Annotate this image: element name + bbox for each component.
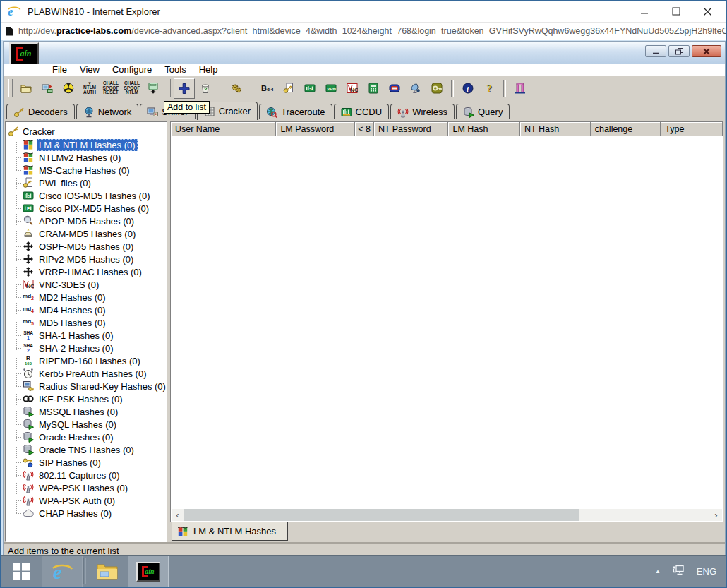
tree-item-802-11-captures-0[interactable]: 802.11 Captures (0) [6,469,167,481]
tree-item-md4-hashes-0[interactable]: md4MD4 Hashes (0) [6,304,167,316]
tree-item-wpa-psk-hashes-0[interactable]: WPA-PSK Hashes (0) [6,481,167,494]
tab-ccdu[interactable]: CCDU [334,104,390,119]
scrollbar-thumb[interactable] [184,509,579,521]
r160-icon: R160 [23,355,34,366]
calculator-button[interactable] [363,78,384,99]
menu-help[interactable]: Help [193,64,224,75]
ntlm-auth-button[interactable]: ▼NTLMAUTH [79,78,100,99]
tree-item-oracle-tns-hashes-0[interactable]: Oracle TNS Hashes (0) [6,443,167,456]
tab-label: Query [478,107,503,117]
column-header-nt-password[interactable]: NT Password [374,122,449,136]
help-button[interactable]: ? [479,78,500,99]
configure-button[interactable] [226,78,247,99]
tree-item-ntlmv2-hashes-0[interactable]: NTLMv2 Hashes (0) [6,151,167,164]
menu-tools[interactable]: Tools [158,64,192,75]
wireless-scanner-button[interactable] [405,78,426,99]
tree-root[interactable]: Cracker [8,125,167,138]
menu-view[interactable]: View [73,64,106,75]
tree-item-ospf-md5-hashes-0[interactable]: OSPF-MD5 Hashes (0) [6,240,167,253]
cain-close-button[interactable] [692,45,721,57]
network-tray-icon[interactable] [672,564,685,579]
tray-expand-icon[interactable]: ▲ [655,568,661,575]
start-button[interactable] [1,556,42,587]
tree-item-ripv2-md5-hashes-0[interactable]: RIPv2-MD5 Hashes (0) [6,253,167,265]
arrows-cross-icon [23,266,34,277]
chall-spoof-reset-button[interactable]: CHALLSPOOFRESET [100,78,121,99]
scroll-right-arrow[interactable]: › [710,509,722,521]
tree-item-radius-shared-key-hashes-0[interactable]: Radius Shared-Key Hashes (0) [6,380,167,392]
tree-item-oracle-hashes-0[interactable]: Oracle Hashes (0) [6,431,167,443]
taskbar-ie-button[interactable]: e [42,556,83,587]
tree-item-sip-hashes-0[interactable]: SIP Hashes (0) [6,456,167,469]
vnc-password-decoder-button[interactable]: NC [342,78,363,99]
scroll-left-arrow[interactable]: ‹ [172,509,184,521]
spoof-calc-button[interactable] [143,78,164,99]
hash-calculator-button[interactable] [278,78,299,99]
tree-item-md2-hashes-0[interactable]: md2MD2 Hashes (0) [6,291,167,304]
tree-item-vrrp-hmac-hashes-0[interactable]: VRRP-HMAC Hashes (0) [6,265,167,278]
bottom-tab-lm-ntlm-hashes[interactable]: LM & NTLM Hashes [172,522,288,541]
tab-query[interactable]: Query [456,104,510,119]
tree-item-cram-md5-hashes-0[interactable]: CRAM-MD5 Hashes (0) [6,227,167,240]
tree-connector [16,145,22,145]
column-header-lm-hash[interactable]: LM Hash [448,122,520,136]
menu-file[interactable]: File [46,64,73,75]
tree-item-md5-hashes-0[interactable]: md5MD5 Hashes (0) [6,316,167,329]
list-body[interactable] [172,136,722,509]
chall-spoof-ntlm-button[interactable]: CHALLSPOOFNTLM [121,78,143,99]
tree-item-ms-cache-hashes-0[interactable]: MS-Cache Hashes (0) [6,164,167,176]
minimize-button[interactable] [628,1,660,21]
tab-decoders[interactable]: Decoders [6,104,75,119]
toolbar-separator [503,80,506,97]
rsa-token-calculator-button[interactable] [426,78,447,99]
tree-item-mysql-hashes-0[interactable]: MySQL Hashes (0) [6,418,167,431]
tree-item-sha-1-hashes-0[interactable]: SHA1SHA-1 Hashes (0) [6,329,167,342]
menu-configure[interactable]: Configure [106,64,158,75]
tree-item-sha-2-hashes-0[interactable]: SHA2SHA-2 Hashes (0) [6,342,167,354]
box-revealer-button[interactable] [384,78,405,99]
tree-item-kerb5-preauth-hashes-0[interactable]: Kerb5 PreAuth Hashes (0) [6,367,167,380]
scrollbar-track[interactable] [184,509,710,521]
tree-item-cisco-pix-md5-hashes-0[interactable]: PCisco PIX-MD5 Hashes (0) [6,202,167,215]
taskbar-cain-button[interactable]: aín [128,556,169,587]
address-bar[interactable]: http://dev.practice-labs.com/device-adva… [1,22,726,40]
db-arrow-icon [23,431,34,443]
tree-item-apop-md5-hashes-0[interactable]: APOP-MD5 Hashes (0) [6,215,167,227]
column-header-user-name[interactable]: User Name [171,122,276,136]
tree-item-cisco-ios-md5-hashes-0[interactable]: 5Cisco IOS-MD5 Hashes (0) [6,189,167,202]
tree-item-mssql-hashes-0[interactable]: MSSQL Hashes (0) [6,405,167,418]
column-header-8[interactable]: < 8 [355,122,374,136]
exit-button[interactable] [510,78,531,99]
column-header-challenge[interactable]: challenge [591,122,661,136]
about-button[interactable]: i [457,78,479,99]
tab-traceroute[interactable]: Traceroute [259,104,332,119]
column-header-lm-password[interactable]: LM Password [276,122,355,136]
language-indicator[interactable]: ENG [697,566,716,577]
content-panel: User NameLM Password< 8NT PasswordLM Has… [170,121,723,542]
cain-restore-button[interactable] [668,45,690,57]
tree-item-pwl-files-0[interactable]: PWL files (0) [6,176,167,189]
base64-password-decoder-button[interactable]: B₆₄ [257,78,278,99]
taskbar-explorer-button[interactable] [87,556,128,587]
cain-minimize-button[interactable] [645,45,666,57]
tree-item-wpa-psk-auth-0[interactable]: WPA-PSK Auth (0) [6,494,167,507]
apr-poisoning-button[interactable] [58,78,79,99]
tree-item-ripemd-160-hashes-0[interactable]: R160RIPEMD-160 Hashes (0) [6,354,167,367]
tab-network[interactable]: Network [76,104,139,119]
tree-item-chap-hashes-0[interactable]: CHAP Hashes (0) [6,507,167,520]
tree-item-ike-psk-hashes-0[interactable]: IKE-PSK Hashes (0) [6,392,167,405]
tree-connector [16,335,22,336]
tree-item-lm-ntlm-hashes-0[interactable]: LM & NTLM Hashes (0) [6,138,167,151]
column-header-nt-hash[interactable]: NT Hash [520,122,591,136]
cisco-vpn-decoder-button[interactable]: VPN [320,78,342,99]
cisco-type7-decoder-button[interactable]: 5 [299,78,320,99]
maximize-button[interactable] [660,1,692,21]
remove-from-list-button[interactable] [195,78,216,99]
tab-wireless[interactable]: Wireless [390,104,455,119]
open-file-button[interactable] [16,78,37,99]
export-button[interactable] [37,78,58,99]
close-button[interactable] [692,1,723,21]
tree-item-vnc-3des-0[interactable]: NCVNC-3DES (0) [6,278,167,291]
column-header-type[interactable]: Type [661,122,723,136]
add-to-list-button[interactable] [174,78,195,99]
